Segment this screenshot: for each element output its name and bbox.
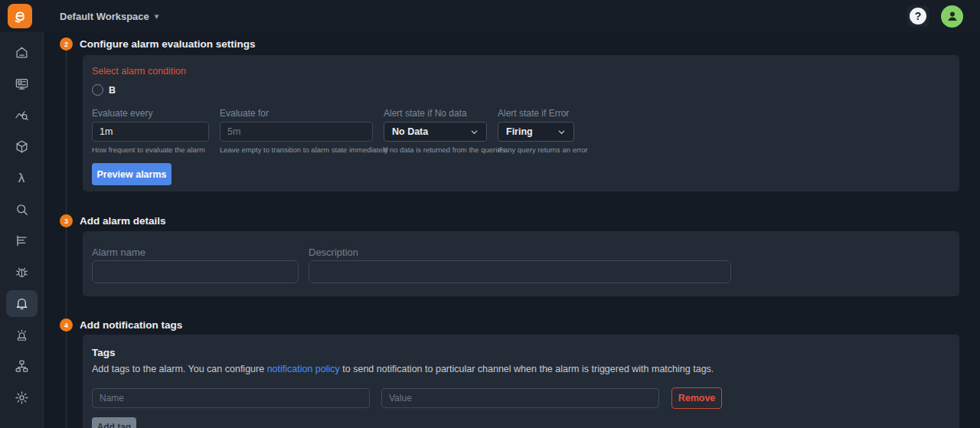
description-label: Description bbox=[309, 247, 731, 258]
tags-description: Add tags to the alarm. You can configure… bbox=[92, 364, 950, 374]
top-bar: Default Workspace ▾ ? bbox=[0, 0, 980, 32]
siren-icon bbox=[15, 328, 29, 342]
sidebar-item-alerts[interactable] bbox=[6, 290, 38, 317]
gear-icon bbox=[15, 390, 29, 405]
app-window: Default Workspace ▾ ? bbox=[0, 0, 980, 428]
monitor-icon bbox=[15, 77, 29, 91]
alert-state-error-field: Alert state if Error Firing If any query… bbox=[498, 108, 574, 154]
alert-state-nodata-label: Alert state if No data bbox=[384, 108, 487, 119]
sidebar-item-error-tracking[interactable] bbox=[6, 259, 38, 286]
alert-state-nodata-help: If no data is returned from the queries bbox=[384, 145, 487, 154]
evaluate-every-help: How frequent to evaluate the alarm bbox=[92, 145, 209, 154]
tag-row: Remove bbox=[92, 387, 950, 409]
sidebar-item-logs[interactable] bbox=[6, 70, 38, 97]
sidebar-item-settings[interactable] bbox=[6, 384, 38, 411]
alert-state-nodata-select[interactable]: No Data bbox=[384, 122, 487, 142]
step-header-evaluation: 2 Configure alarm evaluation settings bbox=[44, 38, 980, 51]
workspace-label: Default Workspace bbox=[60, 11, 149, 22]
sidebar-item-home[interactable] bbox=[6, 39, 38, 66]
main-content: 2 Configure alarm evaluation settings Se… bbox=[44, 32, 980, 428]
tags-description-suffix: to send notification to particular chann… bbox=[340, 364, 714, 374]
alarm-name-input[interactable] bbox=[92, 260, 299, 283]
evaluate-every-input[interactable] bbox=[92, 122, 209, 142]
lambda-icon: λ bbox=[18, 171, 25, 186]
select-value: Firing bbox=[506, 126, 533, 137]
alert-state-nodata-field: Alert state if No data No Data If no dat… bbox=[384, 108, 487, 154]
tag-name-input[interactable] bbox=[92, 388, 370, 408]
select-alarm-condition-label: Select alarm condition bbox=[92, 66, 950, 77]
radio-label: B bbox=[109, 85, 116, 96]
evaluate-for-label: Evaluate for bbox=[220, 108, 373, 119]
description-input[interactable] bbox=[309, 260, 731, 283]
condition-radio-option[interactable]: B bbox=[92, 84, 950, 96]
step-header-details: 3 Add alarm details bbox=[44, 214, 980, 227]
person-icon bbox=[946, 9, 959, 23]
sitemap-icon bbox=[15, 359, 29, 374]
user-avatar[interactable] bbox=[941, 5, 963, 28]
alert-state-error-label: Alert state if Error bbox=[498, 108, 574, 119]
evaluate-for-field: Evaluate for Leave empty to transition t… bbox=[220, 108, 373, 154]
select-value: No Data bbox=[392, 126, 428, 137]
preview-alarms-button[interactable]: Preview alarms bbox=[92, 163, 172, 185]
cube-icon bbox=[15, 139, 29, 154]
remove-tag-button[interactable]: Remove bbox=[671, 387, 722, 409]
alarm-details-panel: Alarm name Description bbox=[83, 231, 959, 296]
chevron-down-icon bbox=[470, 128, 479, 136]
step-title: Configure alarm evaluation settings bbox=[80, 38, 256, 50]
help-icon: ? bbox=[910, 8, 926, 25]
openobserve-logo-icon bbox=[12, 8, 28, 24]
add-tag-button[interactable]: Add tag bbox=[92, 417, 136, 428]
evaluate-for-input[interactable] bbox=[220, 122, 373, 142]
evaluate-every-field: Evaluate every How frequent to evaluate … bbox=[92, 108, 209, 154]
app-logo[interactable] bbox=[8, 4, 32, 28]
sidebar-item-destinations[interactable] bbox=[6, 322, 38, 348]
sidebar-nav: λ bbox=[0, 32, 44, 428]
sidebar-item-search[interactable] bbox=[6, 196, 38, 223]
alert-state-error-help: If any query returns an error bbox=[498, 145, 574, 154]
step-title: Add alarm details bbox=[80, 215, 166, 227]
sidebar-item-pipelines[interactable]: λ bbox=[6, 165, 38, 191]
step-number-badge: 2 bbox=[60, 38, 73, 51]
chevron-down-icon bbox=[557, 128, 566, 136]
step-number-badge: 3 bbox=[60, 214, 73, 227]
workspace-selector[interactable]: Default Workspace ▾ bbox=[60, 11, 158, 22]
chevron-down-icon: ▾ bbox=[155, 12, 159, 21]
radio-button[interactable] bbox=[92, 84, 103, 96]
evaluate-every-label: Evaluate every bbox=[92, 108, 209, 119]
evaluation-fields-row: Evaluate every How frequent to evaluate … bbox=[92, 108, 950, 154]
alarm-name-label: Alarm name bbox=[92, 247, 299, 258]
tag-value-input[interactable] bbox=[381, 388, 659, 408]
steps-connector-line bbox=[66, 51, 67, 428]
metrics-search-icon bbox=[15, 108, 29, 123]
step-header-tags: 4 Add notification tags bbox=[44, 319, 980, 332]
evaluation-settings-panel: Select alarm condition B Evaluate every … bbox=[83, 55, 959, 191]
description-field: Description bbox=[309, 247, 731, 283]
search-icon bbox=[15, 202, 29, 217]
step-title: Add notification tags bbox=[80, 319, 182, 331]
sidebar-item-iam[interactable] bbox=[6, 353, 38, 380]
alarm-name-field: Alarm name bbox=[92, 247, 299, 283]
sidebar-item-reports[interactable] bbox=[6, 227, 38, 254]
notification-tags-panel: Tags Add tags to the alarm. You can conf… bbox=[83, 335, 959, 428]
evaluate-for-help: Leave empty to transition to alarm state… bbox=[220, 145, 373, 154]
bell-icon bbox=[15, 296, 29, 311]
alert-state-error-select[interactable]: Firing bbox=[498, 122, 574, 142]
home-icon bbox=[15, 45, 29, 60]
bug-icon bbox=[15, 265, 29, 279]
notification-policy-link[interactable]: notification policy bbox=[267, 364, 340, 374]
step-number-badge: 4 bbox=[60, 319, 73, 332]
sidebar-item-streams[interactable] bbox=[6, 133, 38, 160]
bar-chart-icon bbox=[15, 234, 29, 248]
sidebar-item-metrics[interactable] bbox=[6, 102, 38, 129]
tags-description-prefix: Add tags to the alarm. You can configure bbox=[92, 364, 267, 374]
help-button[interactable]: ? bbox=[907, 5, 929, 27]
tags-heading: Tags bbox=[92, 347, 950, 358]
